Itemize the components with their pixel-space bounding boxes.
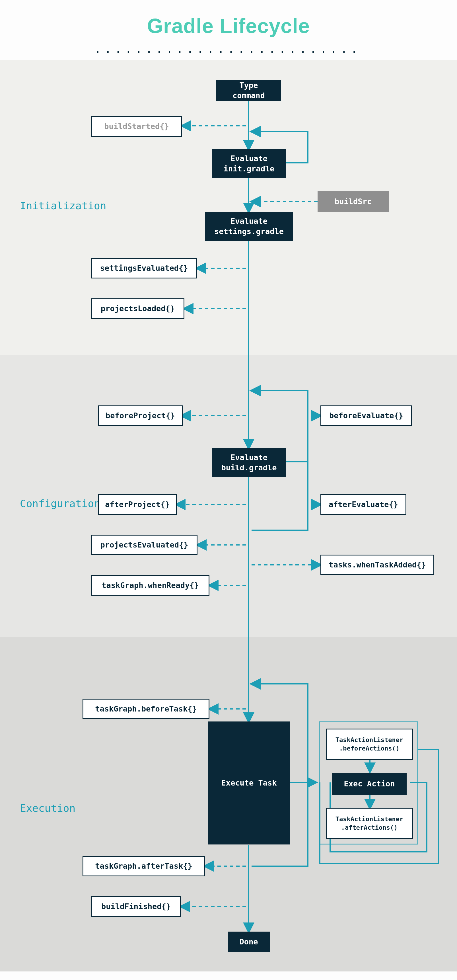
node-taskgraph-before-task: taskGraph.beforeTask{}: [83, 699, 209, 719]
node-build-finished: buildFinished{}: [91, 896, 181, 917]
page-title: Gradle Lifecycle: [0, 14, 457, 38]
label: buildFinished{}: [101, 901, 171, 912]
node-build-started: buildStarted{}: [91, 116, 182, 137]
phase-label-exec: Execution: [20, 802, 75, 814]
label: taskGraph.whenReady{}: [102, 580, 198, 590]
node-evaluate-build: Evaluate build.gradle: [212, 448, 286, 477]
phase-label-init: Initialization: [20, 200, 106, 212]
label: settingsEvaluated{}: [100, 263, 188, 273]
node-done: Done: [228, 932, 270, 952]
label: Evaluate init.gradle: [224, 153, 275, 174]
node-after-evaluate: afterEvaluate{}: [321, 494, 406, 515]
node-evaluate-settings: Evaluate settings.gradle: [205, 212, 293, 241]
node-evaluate-init: Evaluate init.gradle: [212, 149, 286, 178]
label: Evaluate settings.gradle: [214, 216, 284, 237]
label: taskGraph.afterTask{}: [95, 861, 192, 871]
label: beforeProject{}: [106, 410, 175, 421]
node-type-command: Type command: [216, 80, 281, 101]
divider-dots: ..........................: [0, 45, 457, 55]
node-before-project: beforeProject{}: [98, 406, 183, 426]
label: TaskActionListener .beforeActions(): [335, 736, 403, 752]
label: taskGraph.beforeTask{}: [95, 704, 197, 714]
node-settings-evaluated: settingsEvaluated{}: [91, 258, 197, 278]
label: Done: [239, 937, 258, 947]
node-projects-loaded: projectsLoaded{}: [91, 298, 184, 319]
label: tasks.whenTaskAdded{}: [328, 560, 426, 570]
label: buildStarted{}: [104, 121, 169, 132]
phase-label-config: Configuration: [20, 498, 100, 509]
label: Execute Task: [221, 778, 276, 788]
label: afterEvaluate{}: [328, 500, 398, 510]
label: buildSrc: [335, 196, 371, 207]
label: Exec Action: [344, 779, 395, 789]
header: Gradle Lifecycle .......................…: [0, 0, 457, 60]
label: projectsLoaded{}: [101, 304, 175, 314]
node-before-evaluate: beforeEvaluate{}: [321, 406, 412, 426]
label: Type command: [221, 80, 276, 101]
label: Evaluate build.gradle: [221, 452, 276, 473]
node-taskgraph-after-task: taskGraph.afterTask{}: [83, 856, 205, 877]
node-after-project: afterProject{}: [98, 494, 177, 515]
node-projects-evaluated: projectsEvaluated{}: [91, 535, 197, 555]
label: projectsEvaluated{}: [100, 540, 188, 550]
label: TaskActionListener .afterActions(): [335, 815, 403, 832]
label: afterProject{}: [105, 500, 170, 510]
node-tasks-when-added: tasks.whenTaskAdded{}: [321, 555, 434, 575]
lifecycle-diagram: Initialization Configuration Execution: [0, 60, 457, 972]
node-taskgraph-when-ready: taskGraph.whenReady{}: [91, 575, 209, 596]
action-loop-outer: TaskActionListener .beforeActions() Exec…: [319, 721, 418, 845]
label: beforeEvaluate{}: [329, 410, 403, 421]
node-execute-task: Execute Task: [208, 721, 290, 845]
node-exec-action: Exec Action: [332, 773, 407, 795]
node-tal-before: TaskActionListener .beforeActions(): [326, 729, 413, 760]
node-tal-after: TaskActionListener .afterActions(): [326, 808, 413, 839]
node-buildsrc: buildSrc: [317, 191, 389, 212]
